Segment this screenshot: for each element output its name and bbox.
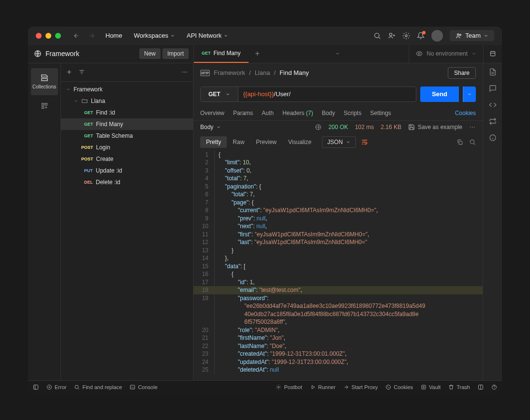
tree-folder[interactable]: Llana	[61, 95, 193, 107]
method-badge: POST	[81, 145, 93, 150]
new-button[interactable]: New	[139, 48, 161, 59]
workspaces-dropdown[interactable]: Workspaces	[130, 30, 179, 41]
notifications-icon[interactable]	[417, 32, 425, 40]
sidebar: Framework Llana GET Find :id GET Find Ma…	[61, 63, 193, 380]
save-example-button[interactable]: Save as example	[408, 124, 462, 130]
footer-find[interactable]: Find and replace	[74, 384, 122, 390]
tab-headers[interactable]: Headers (7)	[282, 106, 313, 120]
add-tab-button[interactable]: +	[249, 49, 266, 58]
send-button[interactable]: Send	[420, 87, 459, 102]
svg-point-0	[375, 33, 379, 37]
runner-label: Runner	[318, 384, 336, 390]
tab-params[interactable]: Params	[233, 106, 253, 120]
tree-request-delete[interactable]: DEL Delete :id	[61, 176, 193, 188]
workspace-label: Framework	[45, 50, 79, 58]
collections-nav[interactable]: Collections	[31, 68, 58, 95]
request-tab[interactable]: GET Find Many	[194, 45, 249, 63]
titlebar: Home Workspaces API Network	[28, 27, 502, 45]
footer-sidebar-toggle[interactable]	[33, 384, 39, 390]
wrap-icon[interactable]	[361, 138, 368, 146]
info-icon[interactable]	[489, 134, 497, 142]
settings-icon[interactable]	[402, 32, 410, 40]
add-element-icon[interactable]	[41, 102, 48, 110]
send-dropdown[interactable]	[463, 87, 476, 102]
format-selector[interactable]: JSON	[322, 136, 356, 148]
method-badge: GET	[84, 122, 93, 127]
more-icon[interactable]	[469, 124, 476, 130]
view-raw[interactable]: Raw	[227, 136, 250, 148]
add-icon[interactable]	[66, 69, 73, 75]
minimize-window-button[interactable]	[45, 33, 51, 39]
breadcrumb-framework[interactable]: Framework	[214, 69, 245, 76]
response-body-dropdown[interactable]: Body	[200, 124, 221, 130]
footer-proxy[interactable]: Start Proxy	[343, 384, 378, 390]
view-pretty[interactable]: Pretty	[200, 136, 227, 148]
footer-postbot[interactable]: Postbot	[276, 384, 302, 390]
http-icon: HTTP	[200, 70, 210, 76]
breadcrumb-llana[interactable]: Llana	[255, 69, 270, 76]
view-visualize[interactable]: Visualize	[282, 136, 317, 148]
response-size: 2.16 KB	[381, 124, 401, 130]
footer-trash[interactable]: Trash	[448, 384, 470, 390]
forward-button[interactable]	[86, 32, 98, 39]
comments-icon[interactable]	[489, 85, 497, 92]
left-rail: Collections	[28, 63, 61, 380]
back-button[interactable]	[71, 32, 82, 39]
tab-settings[interactable]: Settings	[370, 106, 391, 120]
share-button[interactable]: Share	[448, 67, 476, 79]
close-window-button[interactable]	[36, 33, 42, 39]
response-time: 102 ms	[355, 124, 374, 130]
tree-request-update[interactable]: PUT Update :id	[61, 165, 193, 176]
docs-icon[interactable]	[489, 68, 497, 76]
workspace-name[interactable]: Framework	[28, 50, 139, 58]
footer-runner[interactable]: Runner	[310, 384, 336, 390]
user-avatar[interactable]	[431, 30, 443, 42]
method-selector[interactable]: GET	[201, 87, 238, 101]
related-icon[interactable]	[489, 117, 497, 125]
tree-request-find-many[interactable]: GET Find Many	[61, 118, 193, 130]
import-button[interactable]: Import	[162, 48, 189, 59]
response-meta: Body 200 OK 102 ms 2.16 KB Save as examp…	[193, 121, 483, 133]
tree-request-login[interactable]: POST Login	[61, 142, 193, 153]
api-network-dropdown[interactable]: API Network	[183, 30, 232, 41]
url-input[interactable]: {{api-host}}/User/	[238, 87, 416, 101]
chevron-down-icon	[346, 140, 351, 145]
home-link[interactable]: Home	[102, 30, 126, 41]
tree-request-find-id[interactable]: GET Find :id	[61, 107, 193, 118]
maximize-window-button[interactable]	[55, 33, 61, 39]
view-preview[interactable]: Preview	[250, 136, 282, 148]
separator: /	[274, 69, 276, 76]
tree-request-table-schema[interactable]: GET Table Schema	[61, 130, 193, 142]
tab-chevron-icon[interactable]	[329, 51, 346, 56]
search-response-icon[interactable]	[469, 139, 476, 145]
tab-overview[interactable]: Overview	[200, 106, 224, 120]
response-body-code[interactable]: 1{2 "limit": 10,3 "offset": 0,4 "total":…	[193, 151, 483, 380]
cookies-link[interactable]: Cookies	[455, 106, 476, 120]
headers-count: (7)	[306, 110, 313, 116]
footer-two-pane-icon[interactable]	[478, 384, 484, 390]
search-icon[interactable]	[373, 32, 381, 40]
team-dropdown[interactable]: Team	[450, 30, 494, 41]
chevron-down-icon	[170, 33, 175, 38]
env-quick-look-icon[interactable]	[483, 45, 502, 63]
console-label: Console	[138, 384, 157, 390]
footer-console[interactable]: Console	[130, 384, 157, 390]
filter-icon[interactable]	[78, 69, 85, 75]
footer-cookies[interactable]: Cookies	[385, 384, 413, 390]
environment-selector[interactable]: No environment	[409, 45, 483, 63]
footer-vault[interactable]: Vault	[421, 384, 441, 390]
tab-scripts[interactable]: Scripts	[344, 106, 362, 120]
invite-icon[interactable]	[388, 32, 396, 40]
tab-auth[interactable]: Auth	[262, 106, 274, 120]
tab-body[interactable]: Body	[322, 106, 335, 120]
tree-request-create[interactable]: POST Create	[61, 153, 193, 165]
copy-icon[interactable]	[456, 139, 463, 145]
tree-collection[interactable]: Framework	[61, 84, 193, 95]
footer-error[interactable]: Error	[46, 384, 66, 390]
more-icon[interactable]	[181, 69, 188, 75]
footer-help-icon[interactable]	[491, 384, 497, 390]
collection-tree: Framework Llana GET Find :id GET Find Ma…	[61, 82, 193, 380]
svg-point-1	[390, 33, 392, 35]
network-icon[interactable]	[315, 124, 322, 130]
code-icon[interactable]	[489, 101, 497, 109]
